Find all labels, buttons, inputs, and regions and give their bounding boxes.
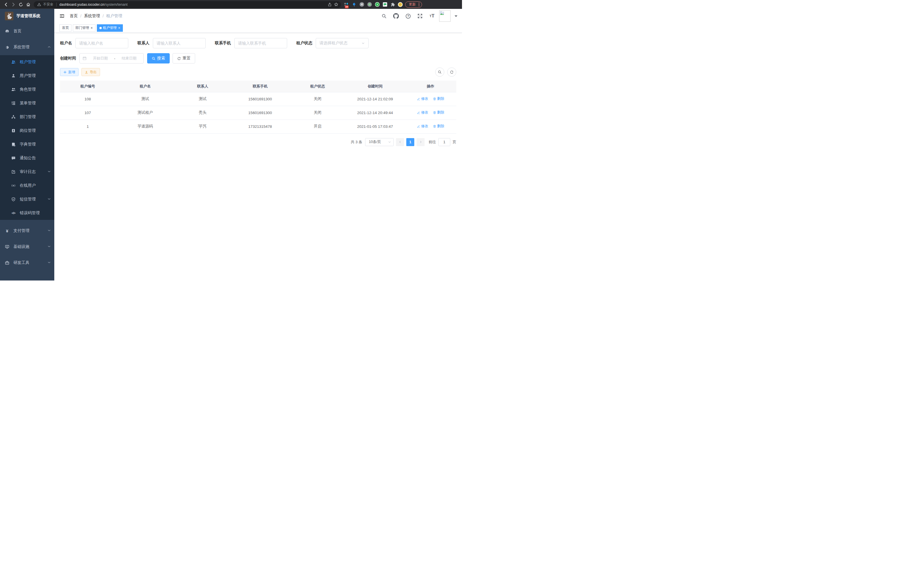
delete-link[interactable]: 删除 [433, 124, 444, 129]
delete-link[interactable]: 删除 [433, 96, 444, 101]
mobile-input[interactable] [238, 41, 284, 45]
toggle-search-button[interactable] [435, 68, 444, 77]
browser-back-icon[interactable] [2, 1, 10, 8]
cell-actions: 修改 删除 [405, 92, 456, 106]
sidebar-item-infra[interactable]: 基础设施 [0, 239, 54, 255]
edit-link[interactable]: 修改 [417, 110, 428, 115]
refresh-table-button[interactable] [447, 68, 456, 77]
sidebar-item-payment[interactable]: ¥ 支付管理 [0, 223, 54, 239]
org-chart-icon [11, 115, 16, 119]
fullscreen-icon[interactable] [415, 11, 425, 21]
sidebar-item-system[interactable]: 系统管理 [0, 39, 54, 55]
goto-page-input[interactable] [438, 138, 450, 146]
cell-status: 关闭 [290, 92, 345, 106]
yen-icon: ¥ [5, 229, 9, 233]
sidebar-item-sms[interactable]: 短信管理 [0, 193, 54, 206]
sidebar-item-home[interactable]: 首页 [0, 23, 54, 39]
sidebar-item-menus[interactable]: 菜单管理 [0, 96, 54, 110]
svg-text:⌘: ⌘ [360, 3, 363, 6]
tag-dept[interactable]: 部门管理 × [73, 24, 95, 32]
table-header-row: 租户编号 租户名 联系人 联系手机 租户状态 创建时间 操作 [60, 81, 456, 92]
extension-command-icon[interactable]: ⌘ [359, 2, 364, 7]
status-select[interactable]: 请选择租户状态 [316, 38, 369, 48]
sidebar-item-error-codes[interactable]: </> 错误码管理 [0, 206, 54, 220]
page-size-select[interactable]: 10条/页 [365, 138, 394, 146]
browser-home-icon[interactable] [25, 1, 32, 8]
search-button[interactable]: 搜索 [147, 53, 170, 63]
close-icon[interactable]: × [118, 26, 121, 30]
dictionary-icon [11, 142, 16, 147]
contact-input[interactable] [157, 41, 202, 45]
avatar-dropdown-caret[interactable] [454, 15, 458, 18]
export-button[interactable]: 导出 [81, 68, 100, 76]
github-icon[interactable] [391, 11, 401, 21]
share-icon[interactable] [327, 2, 333, 8]
sidebar-item-tenant[interactable]: 租户管理 [0, 55, 54, 69]
extension-badge: 10 [345, 5, 349, 8]
sidebar-item-dev-tools[interactable]: 研发工具 [0, 255, 54, 271]
sidebar-label: 角色管理 [20, 87, 36, 92]
sidebar-item-users[interactable]: 用户管理 [0, 69, 54, 83]
add-button[interactable]: 新增 [60, 68, 79, 76]
users-icon [11, 87, 16, 92]
url-bar[interactable]: 不安全 dashboard.yudao.iocoder.cn/system/te… [34, 1, 341, 8]
bookmark-star-icon[interactable] [333, 2, 339, 8]
extensions-puzzle-icon[interactable] [390, 2, 395, 7]
security-label[interactable]: 不安全 [43, 2, 53, 7]
audit-log-icon [11, 170, 16, 174]
edit-link[interactable]: 修改 [417, 124, 428, 129]
edit-link[interactable]: 修改 [417, 96, 428, 101]
extension-y-icon[interactable]: Y [375, 2, 380, 7]
extension-colorpick-icon[interactable]: 10 [344, 2, 349, 7]
chevron-down-icon [47, 244, 51, 249]
browser-menu-icon[interactable] [418, 3, 419, 6]
end-date-placeholder[interactable]: 结束日期 [118, 56, 141, 61]
sidebar-item-audit-log[interactable]: 审计日志 [0, 165, 54, 179]
sidebar-item-depts[interactable]: 部门管理 [0, 110, 54, 124]
cell-contact: 芋艿 [175, 120, 230, 133]
cell-status: 关闭 [290, 106, 345, 120]
breadcrumb-home[interactable]: 首页 [70, 14, 78, 19]
sidebar-item-online-users[interactable]: 在线用户 [0, 179, 54, 193]
date-range-picker[interactable]: 开始日期 - 结束日期 [80, 53, 144, 63]
sidebar-item-roles[interactable]: 角色管理 [0, 83, 54, 96]
app-logo[interactable]: 🐇 芋道管理系统 [0, 9, 54, 23]
font-size-icon[interactable]: TT [427, 11, 437, 21]
browser-update-button[interactable]: 更新 [405, 2, 422, 8]
prev-page-button[interactable] [396, 138, 404, 146]
dashboard-icon [5, 29, 9, 33]
user-avatar[interactable] [439, 10, 451, 22]
cell-mobile: 15601691300 [230, 106, 290, 120]
sidebar-item-notices[interactable]: 通知公告 [0, 151, 54, 165]
breadcrumb-system[interactable]: 系统管理 [84, 14, 100, 19]
browser-forward-icon[interactable] [10, 1, 17, 8]
page-number-1[interactable]: 1 [406, 138, 414, 146]
sidebar-item-posts[interactable]: 岗位管理 [0, 124, 54, 138]
edit-icon [417, 111, 420, 114]
sidebar-label: 审计日志 [20, 169, 36, 174]
cell-mobile: 15601691300 [230, 92, 290, 106]
active-dot [99, 27, 102, 29]
extension-kite-icon[interactable] [351, 2, 357, 7]
tag-tenant-active[interactable]: 租户管理 × [97, 24, 123, 32]
profile-avatar-icon[interactable] [398, 2, 403, 7]
online-users-icon [11, 183, 16, 188]
header-search-icon[interactable] [379, 11, 389, 21]
help-icon[interactable]: ? [403, 11, 413, 21]
extension-chat-icon[interactable] [382, 2, 387, 7]
close-icon[interactable]: × [91, 26, 93, 30]
reset-button[interactable]: 重置 [172, 53, 195, 63]
tenant-name-input[interactable] [79, 41, 124, 45]
col-mobile: 联系手机 [230, 81, 290, 92]
start-date-placeholder[interactable]: 开始日期 [89, 56, 112, 61]
sidebar-collapse-icon[interactable] [59, 14, 64, 19]
extension-record-icon[interactable] [367, 2, 372, 7]
sidebar-item-dicts[interactable]: 字典管理 [0, 138, 54, 151]
delete-link[interactable]: 删除 [433, 110, 444, 115]
tag-home[interactable]: 首页 [59, 24, 71, 32]
sidebar-label: 在线用户 [20, 183, 36, 188]
next-page-button[interactable] [417, 138, 424, 146]
browser-reload-icon[interactable] [17, 1, 25, 8]
svg-text:?: ? [407, 15, 409, 18]
filter-label-contact: 联系人 [137, 41, 149, 46]
